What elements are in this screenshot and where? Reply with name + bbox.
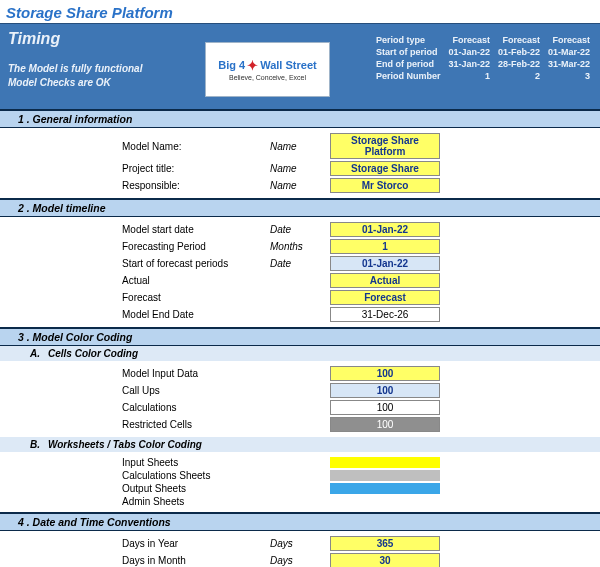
cc-calc-cell: 100 <box>330 400 440 415</box>
cc-call-cell: 100 <box>330 383 440 398</box>
page-title: Storage Share Platform <box>0 0 600 23</box>
brand-left: Big 4 <box>218 59 245 71</box>
p2-type: Forecast <box>494 34 544 46</box>
p1-end: 31-Jan-22 <box>444 58 494 70</box>
fstart-label: Start of forecast periods <box>120 257 270 270</box>
dyr-label: Days in Year <box>120 537 270 550</box>
ws-admin-swatch <box>330 496 440 507</box>
p2-start: 01-Feb-22 <box>494 46 544 58</box>
mend-label: Model End Date <box>120 308 270 321</box>
actual-label: Actual <box>120 274 270 287</box>
unit-days1: Days <box>270 538 330 549</box>
brand-right: Wall Street <box>260 59 316 71</box>
cc-input-label: Model Input Data <box>120 367 270 380</box>
model-name-cell[interactable]: Storage Share Platform <box>330 133 440 159</box>
ws-output-swatch <box>330 483 440 494</box>
forecast-label: Forecast <box>120 291 270 304</box>
cc-calc-label: Calculations <box>120 401 270 414</box>
pstart-label: Start of period <box>372 46 445 58</box>
cc-input-cell: 100 <box>330 366 440 381</box>
ws-admin-label: Admin Sheets <box>120 495 270 508</box>
forecast-cell[interactable]: Forecast <box>330 290 440 305</box>
p2-end: 28-Feb-22 <box>494 58 544 70</box>
cc-call-label: Call Ups <box>120 384 270 397</box>
p1-num: 1 <box>444 70 494 82</box>
header: Timing The Model is fully functional Mod… <box>0 23 600 109</box>
p3-num: 3 <box>544 70 594 82</box>
unit-date2: Date <box>270 258 330 269</box>
actual-cell[interactable]: Actual <box>330 273 440 288</box>
unit-name2: Name <box>270 163 330 174</box>
responsible-cell[interactable]: Mr Storco <box>330 178 440 193</box>
model-name-label: Model Name: <box>120 140 270 153</box>
unit-name1: Name <box>270 141 330 152</box>
ws-calc-label: Calculations Sheets <box>120 469 270 482</box>
mstart-label: Model start date <box>120 223 270 236</box>
project-title-cell[interactable]: Storage Share <box>330 161 440 176</box>
ws-calc-swatch <box>330 470 440 481</box>
unit-days2: Days <box>270 555 330 566</box>
unit-date1: Date <box>270 224 330 235</box>
p3-start: 01-Mar-22 <box>544 46 594 58</box>
unit-months1: Months <box>270 241 330 252</box>
ws-input-label: Input Sheets <box>120 456 270 469</box>
p2-num: 2 <box>494 70 544 82</box>
cc-restr-label: Restricted Cells <box>120 418 270 431</box>
cc-restr-cell: 100 <box>330 417 440 432</box>
period-header: Period type Forecast Forecast Forecast S… <box>372 34 594 82</box>
subsection-worksheets: B.Worksheets / Tabs Color Coding <box>0 437 600 452</box>
brand-logo: Big 4 ✦ Wall Street Believe, Conceive, E… <box>205 42 330 97</box>
fstart-cell[interactable]: 01-Jan-22 <box>330 256 440 271</box>
fperiod-label: Forecasting Period <box>120 240 270 253</box>
ws-output-label: Output Sheets <box>120 482 270 495</box>
pend-label: End of period <box>372 58 445 70</box>
dyr-cell[interactable]: 365 <box>330 536 440 551</box>
subsection-cells: A.Cells Color Coding <box>0 346 600 361</box>
responsible-label: Responsible: <box>120 179 270 192</box>
section-general: 1 . General information <box>0 109 600 128</box>
ptype-label: Period type <box>372 34 445 46</box>
project-title-label: Project title: <box>120 162 270 175</box>
fperiod-cell[interactable]: 1 <box>330 239 440 254</box>
section-date-time: 4 . Date and Time Conventions <box>0 512 600 531</box>
ws-input-swatch <box>330 457 440 468</box>
dmo-cell[interactable]: 30 <box>330 553 440 567</box>
p3-type: Forecast <box>544 34 594 46</box>
unit-name3: Name <box>270 180 330 191</box>
eagle-icon: ✦ <box>247 59 258 72</box>
section-timeline: 2 . Model timeline <box>0 198 600 217</box>
dmo-label: Days in Month <box>120 554 270 567</box>
pnum-label: Period Number <box>372 70 445 82</box>
p3-end: 31-Mar-22 <box>544 58 594 70</box>
section-color-coding: 3 . Model Color Coding <box>0 327 600 346</box>
p1-start: 01-Jan-22 <box>444 46 494 58</box>
p1-type: Forecast <box>444 34 494 46</box>
mend-cell: 31-Dec-26 <box>330 307 440 322</box>
mstart-cell[interactable]: 01-Jan-22 <box>330 222 440 237</box>
brand-tagline: Believe, Conceive, Excel <box>229 74 306 81</box>
